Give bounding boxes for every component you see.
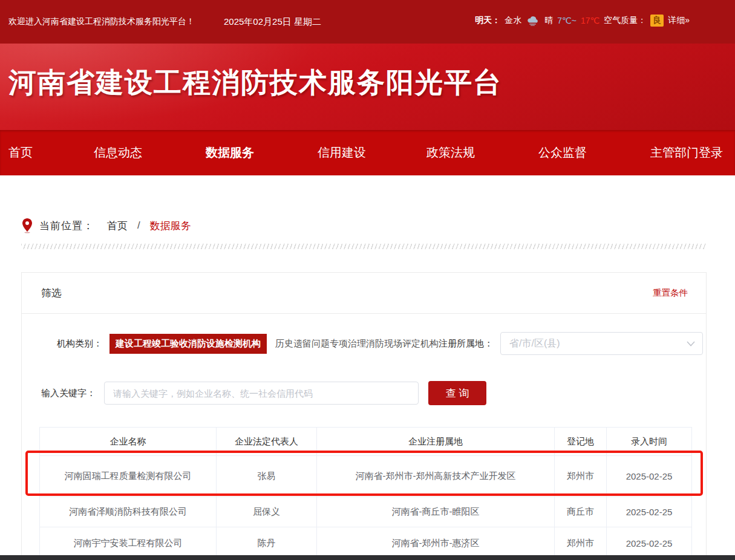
category-filter-row: 机构类别： 建设工程竣工验收消防设施检测机构 历史遗留问题专项治理消防现场评定机… (22, 330, 706, 357)
table-header-row: 企业名称 企业法定代表人 企业注册属地 登记地 录入时间 (40, 428, 692, 456)
weather-tomorrow-label: 明天： (475, 15, 500, 26)
breadcrumb-separator: / (137, 220, 140, 232)
region-select[interactable]: 省/市/区(县) (500, 332, 703, 355)
nav-item-credit[interactable]: 信用建设 (318, 130, 366, 175)
region-label: 注册所属地： (439, 338, 493, 350)
cell-registry-city: 郑州市 (555, 456, 607, 497)
table-row[interactable]: 河南省泽顺消防科技有限公司 屈保义 河南省-商丘市-睢阳区 商丘市 2025-0… (40, 497, 692, 527)
cell-registered-region: 河南省-郑州市-郑州高新技术产业开发区 (317, 456, 555, 497)
cloud-icon (526, 15, 540, 26)
category-option-inactive[interactable]: 历史遗留问题专项治理消防现场评定机构 (275, 338, 439, 350)
cell-entry-date: 2025-02-25 (607, 497, 692, 527)
cell-entry-date: 2025-02-25 (607, 456, 692, 497)
filter-panel: 筛选 重置条件 机构类别： 建设工程竣工验收消防设施检测机构 历史遗留问题专项治… (21, 272, 707, 560)
main-nav: 首页 信息动态 数据服务 信用建设 政策法规 公众监督 主管部门登录 (0, 130, 735, 175)
cell-registry-city: 商丘市 (555, 497, 607, 527)
filter-panel-header: 筛选 重置条件 (22, 273, 706, 314)
breadcrumb-home-link[interactable]: 首页 (107, 219, 128, 233)
category-option-active[interactable]: 建设工程竣工验收消防设施检测机构 (109, 334, 267, 354)
table-row[interactable]: 河南固瑞工程质量检测有限公司 张易 河南省-郑州市-郑州高新技术产业开发区 郑州… (40, 456, 692, 497)
nav-item-admin-login[interactable]: 主管部门登录 (650, 130, 723, 175)
col-entry-date: 录入时间 (607, 428, 692, 456)
aqi-label: 空气质量： (604, 15, 646, 26)
weather-condition: 晴 (544, 15, 553, 26)
keyword-label: 输入关键字： (41, 388, 96, 399)
weather-district: 金水 (505, 15, 521, 26)
keyword-input[interactable] (104, 382, 419, 405)
bottom-bar (0, 555, 735, 560)
nav-item-home[interactable]: 首页 (8, 130, 33, 175)
page-title: 河南省建设工程消防技术服务阳光平台 (8, 64, 502, 102)
welcome-text: 欢迎进入河南省建设工程消防技术服务阳光平台！ (8, 16, 195, 27)
region-filter-group: 注册所属地： 省/市/区(县) (439, 332, 703, 355)
cell-legal-rep: 屈保义 (217, 497, 317, 527)
cell-company-name: 河南固瑞工程质量检测有限公司 (40, 456, 217, 497)
reset-filters-link[interactable]: 重置条件 (653, 287, 688, 299)
col-registered-region: 企业注册属地 (317, 428, 555, 456)
chevron-down-icon (687, 341, 695, 347)
col-legal-rep: 企业法定代表人 (217, 428, 317, 456)
nav-item-news[interactable]: 信息动态 (94, 130, 142, 175)
results-table: 企业名称 企业法定代表人 企业注册属地 登记地 录入时间 河南固瑞工程质量检测有… (39, 427, 691, 560)
filter-title: 筛选 (41, 286, 62, 300)
aqi-badge: 良 (650, 15, 664, 27)
keyword-filter-row: 输入关键字： 查 询 (22, 380, 706, 406)
site-banner: 河南省建设工程消防技术服务阳光平台 (0, 44, 735, 130)
category-label: 机构类别： (57, 338, 102, 350)
weather-detail-link[interactable]: 详细» (668, 15, 690, 26)
nav-item-policy[interactable]: 政策法规 (426, 130, 475, 175)
nav-item-supervision[interactable]: 公众监督 (538, 130, 587, 175)
top-bar: 欢迎进入河南省建设工程消防技术服务阳光平台！ 2025年02月25日 星期二 明… (0, 0, 735, 44)
temp-low: 7℃~ (557, 16, 577, 25)
col-company-name: 企业名称 (40, 428, 217, 456)
cell-company-name: 河南省泽顺消防科技有限公司 (40, 497, 217, 527)
slash-divider (21, 244, 707, 249)
breadcrumb: 当前位置： 首页 / 数据服务 (21, 218, 191, 233)
temp-high: 17℃ (581, 16, 599, 25)
location-pin-icon (21, 218, 33, 233)
nav-item-data-service[interactable]: 数据服务 (206, 130, 254, 175)
date-text: 2025年02月25日 星期二 (224, 16, 321, 28)
weather-widget: 明天： 金水 晴 7℃~ 17℃ 空气质量： 良 详细» (475, 15, 690, 27)
breadcrumb-current-link[interactable]: 数据服务 (150, 219, 191, 233)
search-button[interactable]: 查 询 (428, 381, 486, 405)
col-registry-city: 登记地 (555, 428, 607, 456)
breadcrumb-label: 当前位置： (39, 219, 94, 233)
region-select-placeholder: 省/市/区(县) (509, 337, 560, 350)
cell-legal-rep: 张易 (217, 456, 317, 497)
cell-registered-region: 河南省-商丘市-睢阳区 (317, 497, 555, 527)
